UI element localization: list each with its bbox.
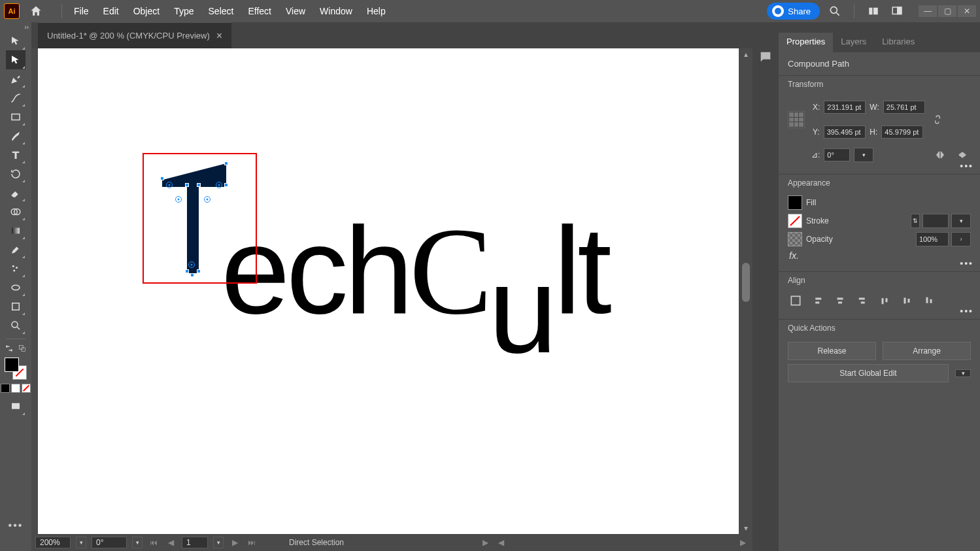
eraser-tool[interactable] bbox=[6, 183, 25, 202]
align-right-icon[interactable] bbox=[854, 293, 870, 309]
corner-widget-icon[interactable] bbox=[216, 182, 222, 188]
anchor-point[interactable] bbox=[197, 183, 201, 187]
curvature-tool[interactable] bbox=[6, 88, 25, 107]
symbol-sprayer-tool[interactable] bbox=[6, 259, 25, 278]
more-options-icon[interactable]: ••• bbox=[960, 258, 973, 269]
anchor-point[interactable] bbox=[224, 161, 228, 165]
corner-widget-icon[interactable] bbox=[204, 196, 211, 203]
hscroll-play-icon[interactable]: ▶ bbox=[479, 537, 491, 548]
default-fill-stroke-icon[interactable] bbox=[17, 343, 27, 354]
tab-layers[interactable]: Layers bbox=[833, 33, 874, 52]
opacity-input[interactable] bbox=[916, 232, 949, 246]
h-input[interactable] bbox=[881, 125, 923, 139]
stroke-weight-stepper[interactable]: ⇅ bbox=[911, 214, 920, 228]
align-top-icon[interactable] bbox=[877, 293, 892, 309]
rectangle-tool[interactable] bbox=[6, 107, 25, 126]
anchor-point[interactable] bbox=[160, 176, 164, 180]
scroll-down-icon[interactable]: ▾ bbox=[739, 522, 752, 534]
rotation-dropdown-icon[interactable]: ▾ bbox=[132, 537, 143, 548]
hscroll-right-icon[interactable]: ▶ bbox=[737, 537, 749, 548]
direct-selection-tool[interactable] bbox=[6, 50, 25, 69]
zoom-dropdown-icon[interactable]: ▾ bbox=[76, 537, 86, 548]
fill-swatch[interactable] bbox=[5, 358, 19, 372]
first-artboard-icon[interactable]: ⏮ bbox=[148, 537, 160, 548]
anchor-point[interactable] bbox=[190, 273, 194, 277]
share-button[interactable]: Share bbox=[767, 3, 820, 20]
menu-type[interactable]: Type bbox=[167, 3, 200, 19]
align-left-icon[interactable] bbox=[810, 293, 826, 309]
align-to-button[interactable] bbox=[788, 293, 803, 309]
scroll-up-icon[interactable]: ▴ bbox=[739, 48, 752, 60]
artboard-dropdown-icon[interactable]: ▾ bbox=[213, 537, 224, 548]
corner-widget-icon[interactable] bbox=[175, 196, 182, 203]
scroll-thumb[interactable] bbox=[742, 263, 750, 302]
search-button[interactable] bbox=[826, 3, 843, 20]
gradient-tool[interactable] bbox=[6, 221, 25, 240]
opacity-swatch-icon[interactable] bbox=[788, 232, 802, 246]
zoom-tool[interactable] bbox=[6, 316, 25, 335]
swap-fill-stroke-icon[interactable] bbox=[4, 343, 14, 354]
close-tab-icon[interactable]: × bbox=[216, 30, 222, 42]
edit-toolbar-button[interactable]: ••• bbox=[8, 520, 24, 531]
type-tool[interactable] bbox=[6, 145, 25, 164]
align-hcenter-icon[interactable] bbox=[832, 293, 848, 309]
stroke-swatch[interactable] bbox=[788, 214, 802, 228]
paintbrush-tool[interactable] bbox=[6, 126, 25, 145]
global-edit-dropdown-icon[interactable]: ▾ bbox=[955, 369, 971, 377]
y-input[interactable] bbox=[824, 125, 866, 139]
home-button[interactable] bbox=[27, 3, 44, 20]
link-wh-icon[interactable] bbox=[929, 111, 946, 128]
more-options-icon[interactable]: ••• bbox=[960, 306, 973, 316]
minimize-button[interactable]: — bbox=[919, 5, 937, 17]
panel-grip[interactable] bbox=[779, 22, 980, 33]
scroll-track[interactable] bbox=[739, 60, 752, 522]
arrange-documents-button[interactable] bbox=[865, 3, 882, 20]
start-global-edit-button[interactable]: Start Global Edit bbox=[788, 364, 949, 382]
tab-libraries[interactable]: Libraries bbox=[874, 33, 922, 52]
maximize-button[interactable]: ▢ bbox=[938, 5, 956, 17]
align-bottom-icon[interactable] bbox=[921, 293, 937, 309]
flip-horizontal-icon[interactable] bbox=[932, 146, 949, 163]
menu-file[interactable]: File bbox=[67, 3, 95, 19]
stroke-weight-input[interactable] bbox=[922, 214, 949, 228]
menu-edit[interactable]: Edit bbox=[97, 3, 126, 19]
next-artboard-icon[interactable]: ▶ bbox=[229, 537, 241, 548]
artboard-tool[interactable] bbox=[6, 297, 25, 316]
release-button[interactable]: Release bbox=[788, 342, 876, 360]
prev-artboard-icon[interactable]: ◀ bbox=[165, 537, 177, 548]
comments-panel-icon[interactable] bbox=[757, 48, 774, 65]
shape-builder-tool[interactable] bbox=[6, 202, 25, 221]
anchor-point[interactable] bbox=[197, 269, 201, 273]
menu-select[interactable]: Select bbox=[202, 3, 241, 19]
menu-effect[interactable]: Effect bbox=[241, 3, 278, 19]
color-mode-icon[interactable] bbox=[1, 384, 10, 393]
screen-mode-tool[interactable] bbox=[6, 397, 25, 416]
none-mode-icon[interactable] bbox=[22, 384, 31, 393]
close-button[interactable]: ✕ bbox=[958, 5, 976, 17]
rotation-field[interactable]: 0° bbox=[92, 537, 127, 548]
workspace-switcher-button[interactable] bbox=[888, 3, 905, 20]
corner-widget-icon[interactable] bbox=[166, 182, 173, 188]
zoom-field[interactable]: 200% bbox=[35, 537, 71, 548]
menu-help[interactable]: Help bbox=[360, 3, 392, 19]
align-vcenter-icon[interactable] bbox=[899, 293, 915, 309]
x-input[interactable] bbox=[824, 101, 866, 114]
tab-properties[interactable]: Properties bbox=[779, 33, 833, 52]
selected-shape[interactable] bbox=[162, 163, 234, 276]
document-tab[interactable]: Untitled-1* @ 200 % (CMYK/CPU Preview) × bbox=[38, 22, 231, 48]
anchor-point[interactable] bbox=[185, 183, 189, 187]
gradient-mode-icon[interactable] bbox=[11, 384, 20, 393]
arrange-button[interactable]: Arrange bbox=[883, 342, 971, 360]
expand-toolbox-icon[interactable]: ›› bbox=[24, 24, 29, 31]
artboard[interactable]: echCult bbox=[38, 48, 739, 534]
menu-window[interactable]: Window bbox=[313, 3, 359, 19]
hscroll-left-icon[interactable]: ◀ bbox=[495, 537, 507, 548]
anchor-point[interactable] bbox=[224, 183, 228, 187]
reference-point-grid[interactable] bbox=[788, 111, 805, 128]
rotate-tool[interactable] bbox=[6, 164, 25, 183]
angle-dropdown-icon[interactable]: ▾ bbox=[854, 148, 873, 162]
last-artboard-icon[interactable]: ⏭ bbox=[246, 537, 258, 548]
menu-object[interactable]: Object bbox=[127, 3, 166, 19]
vertical-scrollbar[interactable]: ▴ ▾ bbox=[739, 48, 752, 534]
ellipse-tool[interactable] bbox=[6, 278, 25, 297]
